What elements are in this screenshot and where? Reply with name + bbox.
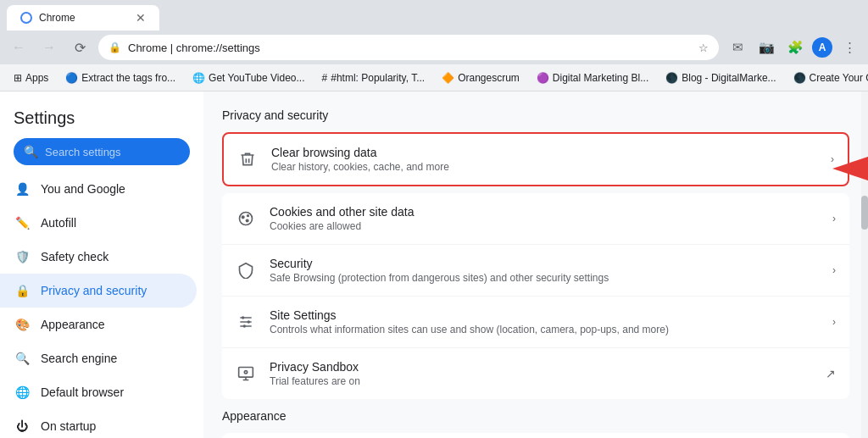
search-settings-input[interactable]: Search settings: [45, 146, 121, 158]
highlighted-card: Clear browsing data Clear history, cooki…: [222, 132, 849, 186]
bookmark-youtube[interactable]: 🌐 Get YouTube Video...: [186, 70, 311, 86]
svg-point-10: [242, 316, 244, 319]
bookmark-digmarke[interactable]: 🌑 Blog - DigitalMarke...: [659, 70, 782, 86]
tune-icon: [236, 312, 256, 332]
tab-favicon: [20, 12, 32, 24]
cookies-title: Cookies and other site data: [270, 205, 819, 219]
svg-point-6: [248, 215, 249, 217]
clear-browsing-data-desc: Clear history, cookies, cache, and more: [271, 161, 817, 173]
sidebar-item-safety-check[interactable]: 🛡️ Safety check: [0, 240, 197, 274]
privacy-sandbox-text: Privacy Sandbox Trial features are on: [270, 360, 812, 387]
sidebar-item-default-browser[interactable]: 🌐 Default browser: [0, 375, 197, 409]
edit-icon: ✏️: [14, 214, 31, 231]
security-desc: Safe Browsing (protection from dangerous…: [270, 272, 819, 284]
bookmark-favicon-4: 🔶: [442, 72, 454, 84]
privacy-section-wrapper: Privacy and security: [222, 105, 849, 438]
search-settings-icon: 🔍: [24, 145, 38, 158]
tab-close-button[interactable]: ✕: [136, 11, 146, 25]
photo-icon-btn[interactable]: 📷: [754, 36, 778, 59]
bookmark-extract[interactable]: 🔵 Extract the tags fro...: [58, 70, 182, 86]
privacy-settings-card: Cookies and other site data Cookies are …: [222, 193, 849, 399]
sidebar: Settings 🔍 Search settings 👤 You and Goo…: [0, 91, 203, 438]
bookmark-favicon-5: 🟣: [537, 72, 549, 84]
clear-browsing-data-text: Clear browsing data Clear history, cooki…: [271, 146, 817, 173]
site-settings-text: Site Settings Controls what information …: [270, 308, 819, 335]
bookmark-favicon-7: 🌑: [793, 72, 806, 84]
forward-button[interactable]: →: [37, 36, 61, 59]
bookmark-favicon-6: 🌑: [665, 72, 678, 84]
sidebar-item-appearance[interactable]: 🎨 Appearance: [0, 308, 197, 341]
cookies-desc: Cookies are allowed: [270, 220, 819, 232]
security-icon: [236, 260, 256, 280]
main-content: Settings 🔍 Search settings 👤 You and Goo…: [0, 91, 868, 438]
tab-label: Chrome: [39, 12, 75, 24]
search-icon: 🔍: [14, 350, 31, 367]
svg-point-5: [246, 219, 248, 222]
content-inner: Privacy and security: [205, 91, 866, 438]
sandbox-icon: [236, 363, 256, 384]
palette-icon: 🎨: [14, 316, 31, 333]
sidebar-title: Settings: [0, 98, 203, 135]
privacy-sandbox-desc: Trial features are on: [270, 375, 812, 387]
svg-point-14: [244, 371, 247, 374]
back-button[interactable]: ←: [7, 36, 31, 59]
appearance-section-title: Appearance: [222, 406, 849, 426]
browser-chrome: Chrome ✕ ← → ⟳ 🔒 Chrome | chrome://setti…: [0, 0, 868, 91]
sidebar-item-on-startup[interactable]: ⏻ On startup: [0, 409, 197, 438]
svg-marker-1: [832, 143, 868, 194]
sidebar-item-you-and-google[interactable]: 👤 You and Google: [0, 172, 197, 206]
svg-point-12: [243, 324, 246, 327]
privacy-sandbox-title: Privacy Sandbox: [270, 360, 812, 374]
lock-icon: 🔒: [108, 42, 121, 53]
bookmark-apps[interactable]: ⊞ Apps: [7, 70, 55, 86]
bookmarks-bar: ⊞ Apps 🔵 Extract the tags fro... 🌐 Get Y…: [0, 64, 868, 91]
clear-browsing-data-item[interactable]: Clear browsing data Clear history, cooki…: [224, 134, 848, 185]
address-bar[interactable]: 🔒 Chrome | chrome://settings ☆: [98, 35, 719, 60]
site-settings-arrow-icon: ›: [832, 316, 836, 328]
site-settings-item[interactable]: Site Settings Controls what information …: [222, 297, 849, 348]
theme-item[interactable]: Theme Open Chrome Web Store ↗: [222, 433, 849, 438]
bookmark-createown[interactable]: 🌑 Create Your Own Lo...: [787, 70, 868, 86]
bookmark-favicon-1: 🔵: [65, 72, 78, 84]
bookmark-html[interactable]: # #html: Popularity, T...: [315, 70, 432, 86]
page-content: Privacy and security: [203, 91, 868, 438]
cookies-text: Cookies and other site data Cookies are …: [270, 205, 819, 232]
sidebar-item-privacy-security[interactable]: 🔒 Privacy and security: [0, 274, 197, 308]
nav-bar: ← → ⟳ 🔒 Chrome | chrome://settings ☆ ✉ 📷…: [0, 30, 868, 64]
tab-bar: Chrome ✕: [0, 0, 868, 30]
site-settings-title: Site Settings: [270, 308, 819, 322]
menu-button[interactable]: ⋮: [837, 36, 861, 59]
security-text: Security Safe Browsing (protection from …: [270, 257, 819, 284]
red-arrow: [824, 130, 868, 209]
shield-icon: 🛡️: [14, 248, 31, 265]
privacy-sandbox-item[interactable]: Privacy Sandbox Trial features are on ↗: [222, 348, 849, 399]
bookmark-star-icon[interactable]: ☆: [698, 42, 709, 54]
cookie-icon: [236, 208, 256, 229]
globe-icon: 🌐: [14, 384, 31, 401]
svg-point-3: [240, 213, 253, 225]
privacy-sandbox-ext-icon: ↗: [826, 367, 836, 380]
trash-icon: [237, 149, 258, 169]
active-tab[interactable]: Chrome ✕: [7, 5, 159, 30]
privacy-section-title: Privacy and security: [222, 105, 849, 125]
svg-point-11: [248, 320, 250, 323]
reload-button[interactable]: ⟳: [68, 36, 92, 59]
email-icon-btn[interactable]: ✉: [726, 36, 749, 59]
sidebar-item-search-engine[interactable]: 🔍 Search engine: [0, 341, 197, 375]
security-item[interactable]: Security Safe Browsing (protection from …: [222, 245, 849, 297]
appearance-settings-card: Theme Open Chrome Web Store ↗: [222, 433, 849, 438]
profile-avatar[interactable]: A: [812, 37, 832, 58]
svg-rect-13: [239, 368, 253, 378]
clear-browsing-data-title: Clear browsing data: [271, 146, 817, 159]
cookies-item[interactable]: Cookies and other site data Cookies are …: [222, 193, 849, 245]
apps-icon: ⊞: [14, 72, 22, 84]
sidebar-item-autofill[interactable]: ✏️ Autofill: [0, 206, 197, 240]
bookmark-orangescrum[interactable]: 🔶 Orangescrum: [435, 70, 526, 86]
site-settings-desc: Controls what information sites can use …: [270, 324, 819, 335]
address-text: Chrome | chrome://settings: [128, 42, 260, 54]
security-arrow-icon: ›: [832, 264, 836, 276]
lock-icon: 🔒: [14, 282, 31, 299]
bookmark-favicon-3: #: [322, 72, 328, 84]
bookmark-digmarkbl[interactable]: 🟣 Digital Marketing Bl...: [530, 70, 655, 86]
puzzle-icon-btn[interactable]: 🧩: [783, 36, 807, 59]
